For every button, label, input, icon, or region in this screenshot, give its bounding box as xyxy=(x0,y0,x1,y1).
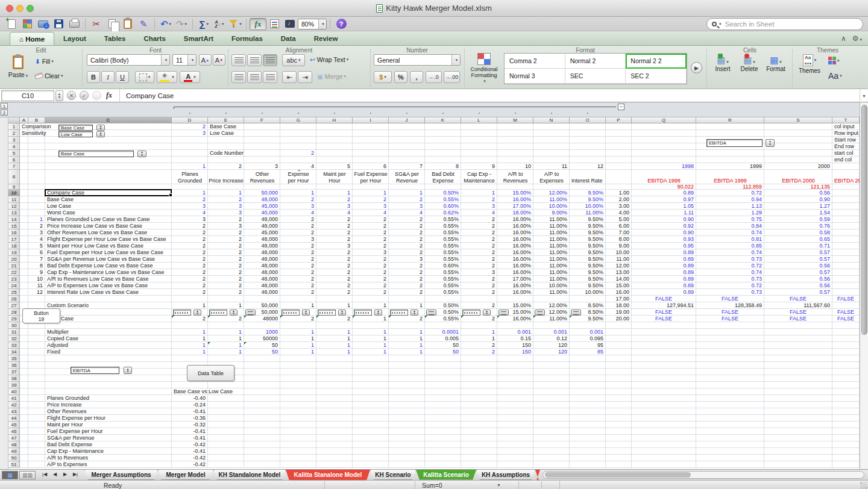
cell-Q10[interactable]: 0.89 xyxy=(632,190,696,196)
cell-H13[interactable]: 4 xyxy=(316,210,353,216)
cell-D35[interactable] xyxy=(172,355,208,362)
cell-C12[interactable]: Low Case xyxy=(45,203,172,210)
cell-L46[interactable] xyxy=(461,428,497,435)
cell-K13[interactable]: 0.62% xyxy=(425,210,461,216)
cell-T42[interactable] xyxy=(832,402,860,408)
paste-button[interactable]: Paste▾ xyxy=(5,55,31,78)
cell-T17[interactable] xyxy=(832,236,860,243)
cell-P49[interactable] xyxy=(606,448,632,455)
cell-S51[interactable] xyxy=(764,461,832,468)
row-header-25[interactable]: 25 xyxy=(8,289,20,296)
sheet-tab-kalitta-scenario[interactable]: Kalitta Scenario xyxy=(416,470,476,480)
cell-Q49[interactable] xyxy=(632,448,696,455)
cell-D25[interactable]: 2 xyxy=(172,289,208,296)
cell-H40[interactable] xyxy=(316,388,353,395)
align-top-button[interactable] xyxy=(231,54,246,66)
cell-E34[interactable]: 1 xyxy=(208,349,244,355)
comparison-dropdown[interactable]: Base Case xyxy=(58,125,93,131)
cell-Q11[interactable]: 0.97 xyxy=(632,196,696,203)
cell-K35[interactable] xyxy=(425,355,461,362)
cell-N49[interactable] xyxy=(533,448,570,455)
cell-Q5[interactable] xyxy=(632,150,696,157)
theme-colors-button[interactable]: ▾ xyxy=(828,57,840,64)
cell-I44[interactable] xyxy=(353,415,389,422)
cell-K27[interactable]: 0.50% xyxy=(425,302,461,309)
cell-I5[interactable] xyxy=(353,150,389,157)
cell-O26[interactable] xyxy=(570,296,606,302)
open-button[interactable] xyxy=(35,17,51,31)
cell-A11[interactable] xyxy=(20,196,28,203)
cell-F10[interactable]: 50,000 xyxy=(244,190,280,196)
cell-T20[interactable] xyxy=(832,256,860,263)
cell-E12[interactable]: 3 xyxy=(208,203,244,210)
cell-T23[interactable] xyxy=(832,276,860,282)
cell-C18[interactable]: Maint per Hour Low Case vs Base Case xyxy=(45,243,172,249)
new-workbook-button[interactable] xyxy=(4,17,19,31)
cell-E19[interactable]: 2 xyxy=(208,249,244,256)
cell-G33[interactable]: 1 xyxy=(280,342,316,349)
cell-K47[interactable] xyxy=(425,435,461,441)
cell-T39[interactable] xyxy=(832,382,860,388)
cell-T6[interactable]: end col xyxy=(832,157,860,163)
cell-T3[interactable]: Start row xyxy=(832,137,860,143)
cell-B4[interactable] xyxy=(28,143,45,150)
cell-Q16[interactable]: 0.90 xyxy=(632,229,696,236)
cell-R42[interactable] xyxy=(696,402,764,408)
cell-E43[interactable] xyxy=(208,408,244,415)
cell-E30[interactable] xyxy=(208,322,244,329)
cell-F13[interactable]: 40,000 xyxy=(244,210,280,216)
cell-C27[interactable]: Custom Scenario xyxy=(45,302,172,309)
row-header-35[interactable]: 35 xyxy=(8,355,20,362)
cell-J13[interactable]: 4 xyxy=(389,210,425,216)
cell-B20[interactable]: 7 xyxy=(28,256,45,263)
cell-Q48[interactable] xyxy=(632,441,696,448)
cell-I40[interactable] xyxy=(353,388,389,395)
cell-D16[interactable]: 2 xyxy=(172,229,208,236)
cell-R5[interactable] xyxy=(696,150,764,157)
cell-J49[interactable] xyxy=(389,448,425,455)
cell-I34[interactable]: 1 xyxy=(353,349,389,355)
cell-J35[interactable] xyxy=(389,355,425,362)
cell-T48[interactable] xyxy=(832,441,860,448)
cell-N27[interactable]: 12.00% xyxy=(533,302,570,309)
cell-G32[interactable]: 1 xyxy=(280,335,316,342)
cell-N50[interactable] xyxy=(533,455,570,461)
font-color-button[interactable]: A▾ xyxy=(180,71,200,83)
cell-N34[interactable]: 120 xyxy=(533,349,570,355)
cell-C32[interactable]: Copied Case xyxy=(45,335,172,342)
cell-S16[interactable]: 0.58 xyxy=(764,229,832,236)
cell-Q9[interactable]: 90,022 xyxy=(632,184,696,190)
cell-B44[interactable] xyxy=(28,415,45,422)
cell-D45[interactable]: -0.32 xyxy=(172,422,208,428)
cell-F22[interactable]: 48,000 xyxy=(244,269,280,276)
cell-N20[interactable]: 11.00% xyxy=(533,256,570,263)
cell-B41[interactable] xyxy=(28,395,45,402)
cell-G8[interactable]: Flight Expense per Hour xyxy=(280,170,316,184)
format-painter-button[interactable]: ✎ xyxy=(136,17,151,31)
cell-E1[interactable]: Base Case xyxy=(208,123,244,130)
cell-C39[interactable] xyxy=(45,382,172,388)
cell-L31[interactable]: 1 xyxy=(461,329,497,335)
cell-O20[interactable]: 9.50% xyxy=(570,256,606,263)
cell-L22[interactable]: 3 xyxy=(461,269,497,276)
cell-Q42[interactable] xyxy=(632,402,696,408)
cell-J44[interactable] xyxy=(389,415,425,422)
cell-C14[interactable]: Planes Grounded Low Case vs Base Case xyxy=(45,216,172,223)
cell-I2[interactable] xyxy=(353,130,389,137)
cell-P28[interactable]: 19.00 xyxy=(606,309,632,316)
cell-I7[interactable]: 6 xyxy=(353,163,389,170)
cell-K10[interactable]: 0.50% xyxy=(425,190,461,196)
cell-P47[interactable] xyxy=(606,435,632,441)
cell-H20[interactable]: 2 xyxy=(316,256,353,263)
cell-S24[interactable]: 0.56 xyxy=(764,282,832,289)
cell-H48[interactable] xyxy=(316,441,353,448)
cell-Q13[interactable]: 1.11 xyxy=(632,210,696,216)
borders-button[interactable]: ▾ xyxy=(135,71,154,83)
cell-Q26[interactable]: FALSE xyxy=(632,296,696,302)
cell-H6[interactable] xyxy=(316,157,353,163)
cell-L13[interactable]: 4 xyxy=(461,210,497,216)
cell-C13[interactable]: Worst Case xyxy=(45,210,172,216)
cell-B17[interactable]: 4 xyxy=(28,236,45,243)
cell-O30[interactable] xyxy=(570,322,606,329)
cell-B13[interactable] xyxy=(28,210,45,216)
